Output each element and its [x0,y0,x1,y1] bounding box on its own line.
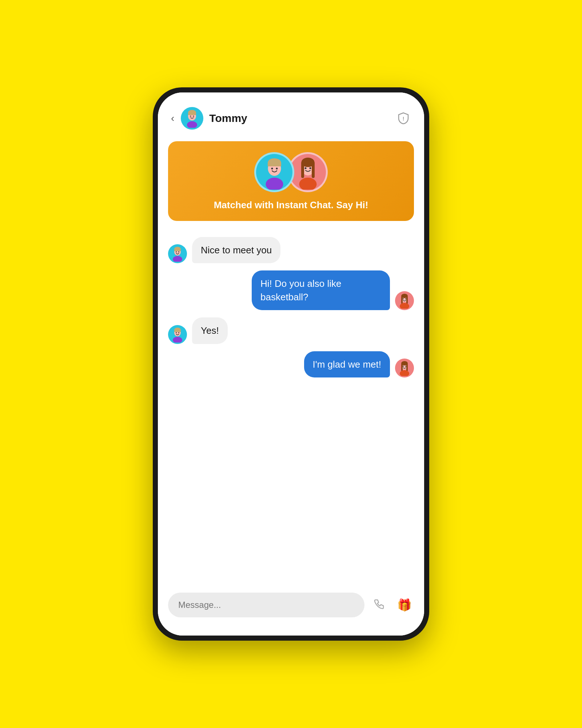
phone-screen: ‹ Tommy [158,92,424,636]
svg-point-36 [403,298,404,300]
svg-rect-3 [188,112,196,115]
svg-text:!: ! [403,116,404,122]
message-bubble: Hi! Do you also like basketball? [252,270,390,310]
phone-icon[interactable] [370,596,389,614]
svg-rect-11 [268,162,281,166]
message-bubble: Nice to meet you [192,237,280,263]
svg-point-21 [304,167,306,169]
svg-point-22 [309,167,311,169]
svg-rect-49 [406,363,408,371]
svg-rect-41 [174,330,181,332]
svg-point-29 [178,252,179,253]
message-input[interactable] [168,593,364,617]
contact-avatar-header [181,107,203,130]
svg-point-6 [193,116,194,117]
svg-rect-19 [312,162,315,178]
message-avatar-girl [395,359,414,377]
message-row: Nice to meet you [168,237,414,263]
svg-point-52 [405,365,406,367]
message-row: Yes! [168,317,414,344]
svg-point-51 [403,365,404,367]
message-bubble: I'm glad we met! [304,351,390,377]
svg-point-44 [178,332,179,333]
svg-point-37 [405,298,406,300]
chat-messages: Nice to meet you Hi! Do you also like ba… [158,230,424,586]
match-avatar-boy [254,152,294,192]
svg-rect-33 [401,296,403,304]
match-text: Matched with Instant Chat. Say Hi! [214,199,368,211]
svg-rect-18 [301,162,304,178]
message-row: I'm glad we met! [168,351,414,377]
shield-icon[interactable]: ! [396,111,411,126]
svg-rect-48 [401,363,403,371]
message-bubble: Yes! [192,317,228,344]
message-avatar-tommy [168,325,187,344]
chat-header: ‹ Tommy [158,92,424,138]
gift-icon[interactable]: 🎁 [395,596,414,614]
back-button[interactable]: ‹ [171,112,174,124]
message-avatar-tommy [168,244,187,263]
message-row: Hi! Do you also like basketball? [168,270,414,310]
svg-point-43 [176,332,177,333]
svg-rect-26 [174,249,181,251]
svg-point-14 [276,167,278,169]
match-banner: Matched with Instant Chat. Say Hi! [168,141,414,221]
svg-point-5 [190,116,191,117]
svg-rect-34 [406,296,408,304]
svg-point-13 [271,167,273,169]
message-avatar-girl [395,291,414,310]
svg-point-28 [176,252,177,253]
input-bar: 🎁 [158,586,424,636]
phone-device: ‹ Tommy [153,87,429,641]
match-avatars [254,152,328,192]
contact-name: Tommy [209,112,396,124]
